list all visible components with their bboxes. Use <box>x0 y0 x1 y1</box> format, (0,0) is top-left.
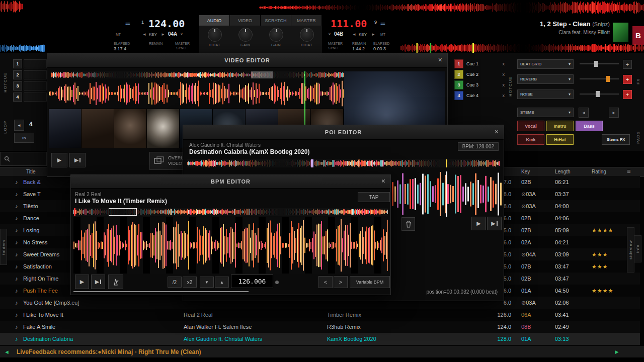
hotcue-pad[interactable] <box>24 81 47 90</box>
cue-row-4[interactable]: 4Cue 4x <box>454 91 505 100</box>
bpm-decrease-button[interactable]: ▼ <box>200 277 214 288</box>
poi-play-button[interactable]: ▶ <box>471 217 486 230</box>
fx-dropdown-beat-grid[interactable]: BEAT GRID▾ <box>517 59 574 69</box>
stem-button-kick[interactable]: Kick <box>517 134 544 145</box>
stems-dropdown[interactable]: STEMS ▾ <box>517 108 574 117</box>
column-header-length[interactable]: Length <box>555 169 571 174</box>
hotcue-slot-1[interactable]: 1 <box>13 59 47 68</box>
deck-left-waveform[interactable] <box>0 44 45 53</box>
video-skip-end-button[interactable]: ▶ <box>69 153 86 167</box>
fx-add-button[interactable]: + <box>623 75 632 84</box>
hotcue-slot-2[interactable]: 2 <box>13 70 47 79</box>
key-next-icon[interactable]: ► <box>371 32 375 37</box>
chevron-down-icon[interactable]: ∨ <box>328 32 331 36</box>
loop-length-value[interactable]: 4 <box>29 121 33 128</box>
stem-button-instru[interactable]: Instru <box>546 121 574 131</box>
close-icon[interactable]: × <box>495 128 499 136</box>
stem-button-hihat[interactable]: HiHat <box>546 134 574 145</box>
list-menu-icon[interactable]: ≡ <box>627 167 631 175</box>
chevron-down-icon[interactable]: ∨ <box>180 32 183 36</box>
video-frame-thumbnail[interactable] <box>49 109 82 148</box>
hotcue-number[interactable]: 2 <box>13 70 22 79</box>
loop-size-value[interactable]: 1 <box>141 20 144 25</box>
loop-size-value[interactable]: 9 <box>374 20 377 25</box>
cue-color-badge[interactable]: 1 <box>454 59 463 68</box>
deck-left-bpm[interactable]: 124.00 <box>148 18 185 30</box>
bpm-main-waveform[interactable] <box>73 217 388 274</box>
pitch-range-icon[interactable]: ≡≡ <box>380 21 385 26</box>
fx-slider-handle[interactable] <box>594 61 598 67</box>
mixer-tab-scratch[interactable]: SCRATCH <box>261 15 291 26</box>
fx-slider-track[interactable] <box>580 63 619 64</box>
hotcue-pad[interactable] <box>24 93 47 102</box>
video-editor-titlebar[interactable]: VIDEO EDITOR × <box>47 53 447 68</box>
cue-remove-button[interactable]: x <box>503 93 505 98</box>
loop-in-button[interactable]: IN <box>14 133 34 143</box>
mixer-tab-master[interactable]: MASTER <box>291 15 322 26</box>
stems-fx-button[interactable]: Stems FX <box>602 134 630 145</box>
hotcue-pad[interactable] <box>24 59 47 68</box>
cue-row-3[interactable]: 3Cue 3x <box>454 80 505 89</box>
knob-dial[interactable] <box>269 28 283 42</box>
cue-remove-button[interactable]: x <box>503 72 505 77</box>
video-play-button[interactable]: ▶ <box>51 153 67 167</box>
sync-label[interactable]: SYNC <box>176 46 186 50</box>
bpm-overview-waveform[interactable] <box>73 208 388 216</box>
stem-button-bass[interactable]: Bass <box>576 121 603 131</box>
column-header-title[interactable]: Title <box>26 169 36 174</box>
record-dot-icon[interactable] <box>275 281 279 284</box>
close-icon[interactable]: × <box>381 177 385 185</box>
deck-right-waveform[interactable] <box>400 43 644 53</box>
poi-zoom-waveform[interactable] <box>392 171 502 217</box>
bpm-half-button[interactable]: /2 <box>168 277 182 288</box>
cue-row-2[interactable]: 2Cue 2x <box>454 70 505 78</box>
fx-slider-handle[interactable] <box>596 91 600 97</box>
hotcue-slot-4[interactable]: 4 <box>13 93 47 102</box>
info-tab[interactable]: info <box>634 235 641 262</box>
poi-delete-button[interactable] <box>401 217 415 231</box>
cue-remove-button[interactable]: x <box>503 61 505 66</box>
bpm-double-button[interactable]: x2 <box>183 277 197 288</box>
track-row[interactable]: ♪I Like To Move ItReal 2 RealTimber Remi… <box>0 309 640 321</box>
loop-half-button[interactable]: ◄ <box>14 120 24 131</box>
bpm-increase-button[interactable]: ▲ <box>215 277 229 288</box>
deck-left-key-value[interactable]: 04A <box>168 31 177 37</box>
fx-add-button[interactable]: + <box>623 60 632 69</box>
deck-letter-badge[interactable]: B <box>632 26 644 45</box>
key-next-icon[interactable]: ► <box>161 32 165 37</box>
video-frame-thumbnail[interactable] <box>82 109 114 148</box>
close-icon[interactable]: × <box>438 56 442 64</box>
stems-next-button[interactable]: ► <box>609 108 619 118</box>
deck-right-mt[interactable]: MT <box>380 33 385 36</box>
deck-right-bpm[interactable]: 111.00 <box>331 18 367 30</box>
recommended-track[interactable]: ●Nicki Minaj - Right Thru Me (Clean) <box>98 348 201 355</box>
metronome-button[interactable] <box>108 275 123 289</box>
track-row[interactable]: ♪Fake A SmileAlan Walker Ft. Salem Ilese… <box>0 321 640 333</box>
bpm-play-button[interactable]: ▶ <box>75 275 89 289</box>
hotcue-pad[interactable] <box>24 70 47 79</box>
bpm-value-input[interactable]: 126.006 <box>231 275 273 288</box>
mixer-tab-audio[interactable]: AUDIO <box>199 15 230 26</box>
cue-color-badge[interactable]: 2 <box>454 70 463 79</box>
bpm-editor-titlebar[interactable]: BPM EDITOR × <box>71 175 390 189</box>
video-overview-waveform[interactable] <box>51 71 344 78</box>
key-prev-icon[interactable]: ◄ <box>352 32 356 37</box>
tap-button[interactable]: TAP <box>358 192 390 202</box>
key-prev-icon[interactable]: ◄ <box>142 32 146 37</box>
cue-color-badge[interactable]: 3 <box>454 80 463 89</box>
cue-remove-button[interactable]: x <box>503 82 505 87</box>
hotcue-number[interactable]: 1 <box>13 59 22 68</box>
beat-shift-right-button[interactable]: > <box>334 276 348 288</box>
deck-left-mt[interactable]: MT <box>116 33 121 36</box>
fx-dropdown-noise[interactable]: NOISE▾ <box>517 89 574 99</box>
fx-add-button[interactable]: + <box>623 90 632 99</box>
track-row[interactable]: ♪Destination CalabriaAlex Gaudino ft. Ch… <box>0 333 640 345</box>
bpm-scrollbar[interactable] <box>73 291 249 292</box>
fx-slider-track[interactable] <box>580 78 619 79</box>
variable-bpm-button[interactable]: Variable BPM <box>350 276 390 288</box>
column-header-rating[interactable]: Rating <box>592 169 606 174</box>
knob-dial[interactable] <box>208 28 222 42</box>
hotcue-number[interactable]: 3 <box>13 81 22 90</box>
cue-color-badge[interactable]: 4 <box>454 91 463 100</box>
bpm-skip-end-button[interactable]: ▶ <box>91 275 105 289</box>
